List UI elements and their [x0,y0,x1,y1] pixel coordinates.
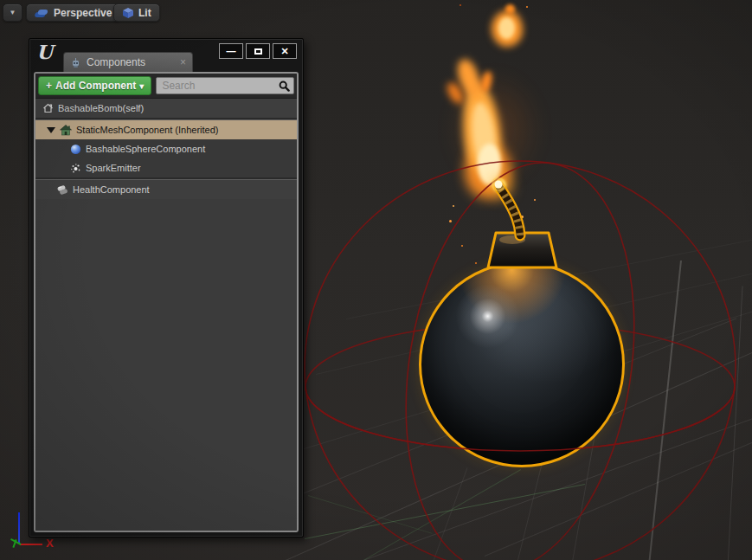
x-axis-label: X [46,537,54,550]
maximize-button[interactable] [246,43,270,59]
lit-label: Lit [138,7,151,19]
perspective-icon [35,8,49,18]
tree-row-bashablebomb[interactable]: BashableBomb(self) [35,99,297,118]
viewport-toolbar: ▼ Perspective Lit [0,0,752,26]
tree-row-staticmeshcomponent[interactable]: StaticMeshComponent (Inherited) [35,120,297,139]
tree-row-label: SparkEmitter [86,163,141,173]
components-window: U — ✕ Components × [29,38,304,537]
component-tree: BashableBomb(self) StaticMeshComponent (… [35,99,297,531]
chevron-down-icon: ▼ [10,9,16,16]
tree-row-sparkemitter[interactable]: SparkEmitter [35,158,297,177]
sphere-icon [70,144,81,155]
close-icon: ✕ [280,47,288,56]
close-window-button[interactable]: ✕ [273,43,297,59]
particle-emitter-icon [70,163,81,174]
components-panel: + Add Component ▾ Bashab [34,72,299,532]
viewport-options-button[interactable]: ▼ [3,3,22,22]
chevron-down-icon: ▾ [139,81,144,91]
tree-row-label: HealthComponent [73,184,150,195]
maximize-icon [254,48,262,55]
perspective-label: Perspective [54,7,112,19]
components-toolbar: + Add Component ▾ [35,74,297,99]
tab-close-icon[interactable]: × [180,56,186,68]
actor-component-icon [56,184,68,196]
window-controls: — ✕ [219,43,297,59]
tree-row-label: BashableSphereComponent [86,144,205,154]
tab-components[interactable]: Components × [63,52,193,72]
x-axis-line [20,544,42,545]
tree-row-bashablespherecomponent[interactable]: BashableSphereComponent [35,139,297,158]
unreal-logo: U [36,41,53,63]
tree-row-label: StaticMeshComponent (Inherited) [76,125,218,135]
expand-arrow-icon[interactable] [47,127,55,133]
perspective-button[interactable]: Perspective [26,3,120,22]
z-axis-line [18,512,20,544]
search-input[interactable] [157,78,293,93]
add-component-button[interactable]: + Add Component ▾ [38,76,151,95]
add-component-label: Add Component [55,80,136,92]
tree-row-healthcomponent[interactable]: HealthComponent [35,180,297,199]
tab-label: Components [87,56,145,68]
component-search [156,77,294,94]
unreal-editor-viewport: X ▼ Perspective Lit U — [0,0,752,560]
actor-home-icon [42,103,54,113]
static-mesh-home-icon [60,125,72,136]
lit-mode-button[interactable]: Lit [113,3,160,22]
plus-icon: + [46,80,52,92]
minimize-icon: — [227,47,236,56]
search-icon [279,80,290,92]
bomb-mesh[interactable] [419,261,625,467]
components-tab-icon [70,57,81,68]
lit-cube-icon [122,7,134,19]
tree-row-label: BashableBomb(self) [58,103,144,113]
minimize-button[interactable]: — [219,43,243,59]
